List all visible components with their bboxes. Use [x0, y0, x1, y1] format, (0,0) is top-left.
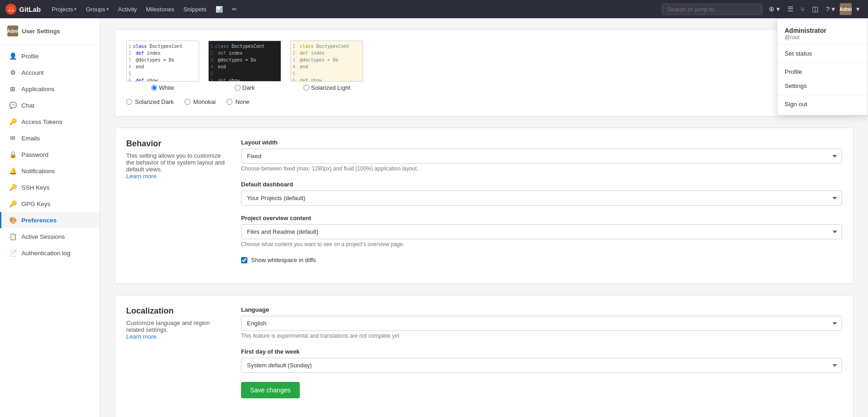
sidebar-item-ssh-keys[interactable]: 🔑 SSH Keys: [0, 179, 100, 196]
gitlab-logo-icon: 🦊: [5, 4, 16, 15]
nav-stats-icon[interactable]: 📊: [212, 4, 226, 15]
code-sol-light: 1 class DoctypesCont 2 def index 3 @doct…: [291, 41, 363, 82]
search-input[interactable]: [662, 4, 762, 15]
behavior-desc: This setting allows you to customize the…: [126, 152, 226, 180]
sidebar-account-label: Account: [21, 69, 44, 76]
nav-groups[interactable]: Groups ▾: [82, 4, 113, 15]
nav-projects[interactable]: Projects ▾: [48, 4, 81, 15]
theme-option-none[interactable]: None: [226, 98, 249, 105]
chevron-down-icon: ▾: [107, 7, 109, 11]
first-day-label: First day of the week: [241, 348, 842, 355]
dropdown-set-status[interactable]: Set status: [777, 46, 868, 61]
dropdown-divider: [777, 62, 868, 63]
theme-option-white[interactable]: 1class DoctypesCont 2 def index 3 @docty…: [126, 41, 199, 91]
theme-option-monokai[interactable]: Monokai: [185, 98, 216, 105]
nav-pencil-icon[interactable]: ✏: [228, 4, 241, 15]
nav-avatar[interactable]: Admi: [840, 3, 852, 15]
theme-none-radio[interactable]: [226, 99, 232, 105]
whitespace-group: Show whitespace in diffs: [241, 257, 842, 263]
dropdown-sign-out[interactable]: Sign out: [777, 97, 868, 111]
whitespace-label: Show whitespace in diffs: [251, 257, 316, 263]
layout-width-select[interactable]: Fixed Fluid: [241, 149, 842, 164]
sidebar-item-access-tokens[interactable]: 🔑 Access Tokens: [0, 113, 100, 130]
theme-white-label[interactable]: White: [151, 84, 174, 91]
theme-white-radio[interactable]: [151, 85, 157, 91]
sidebar-emails-label: Emails: [21, 135, 40, 142]
sidebar-item-notifications[interactable]: 🔔 Notifications: [0, 163, 100, 179]
sidebar-item-applications[interactable]: ⊞ Applications: [0, 81, 100, 97]
save-changes-button[interactable]: Save changes: [241, 382, 300, 398]
ssh-icon: 🔑: [9, 184, 17, 191]
gpg-icon: 🔑: [9, 200, 17, 207]
theme-option-solarized-light[interactable]: 1 class DoctypesCont 2 def index 3 @doct…: [290, 41, 363, 91]
dropdown-user-name: Administrator: [785, 27, 860, 34]
sidebar-divider-top: [0, 45, 100, 45]
sidebar-profile-label: Profile: [21, 53, 39, 60]
sidebar-password-label: Password: [21, 151, 48, 158]
theme-monokai-radio[interactable]: [185, 99, 190, 105]
nav-avatar-chevron[interactable]: ▾: [853, 3, 863, 15]
sidebar-item-profile[interactable]: 👤 Profile: [0, 48, 100, 64]
whitespace-checkbox[interactable]: [241, 257, 247, 263]
sidebar-item-preferences[interactable]: 🎨 Preferences: [0, 212, 100, 228]
password-icon: 🔒: [9, 151, 17, 158]
save-group: Save changes: [241, 382, 842, 398]
sidebar-item-auth-log[interactable]: 📄 Authentication log: [0, 245, 100, 261]
theme-dark-label[interactable]: Dark: [235, 84, 255, 91]
profile-icon: 👤: [9, 52, 17, 60]
nav-activity[interactable]: Activity: [114, 4, 140, 15]
dropdown-user-info: Administrator @root: [777, 22, 868, 45]
nav-sidebar-icon[interactable]: ☰: [785, 3, 796, 15]
theme-dark-radio[interactable]: [235, 85, 241, 91]
nav-items: Projects ▾ Groups ▾ Activity Milestones …: [48, 4, 663, 15]
nav-milestones[interactable]: Milestones: [142, 4, 178, 15]
sidebar-applications-label: Applications: [21, 86, 55, 93]
behavior-desc-text: This setting allows you to customize the…: [126, 152, 225, 173]
sidebar-title: User Settings: [22, 28, 60, 35]
sidebar-auth-log-label: Authentication log: [21, 250, 70, 257]
sidebar: Admi User Settings 👤 Profile ⚙ Account ⊞…: [0, 18, 100, 417]
preferences-icon: 🎨: [9, 216, 17, 224]
sidebar-item-active-sessions[interactable]: 📋 Active Sessions: [0, 228, 100, 245]
sidebar-item-gpg-keys[interactable]: 🔑 GPG Keys: [0, 196, 100, 212]
sidebar-avatar: Admi: [7, 26, 18, 36]
behavior-left: Behavior This setting allows you to cust…: [126, 139, 226, 273]
theme-dark-text: Dark: [242, 84, 255, 91]
nav-merge-icon[interactable]: ⑂: [798, 4, 807, 15]
first-day-select[interactable]: System default (Sunday) Monday Saturday: [241, 358, 842, 373]
sidebar-item-password[interactable]: 🔒 Password: [0, 146, 100, 163]
theme-sol-light-label[interactable]: Solarized Light: [303, 84, 350, 91]
sidebar-item-account[interactable]: ⚙ Account: [0, 64, 100, 81]
dropdown-profile[interactable]: Profile: [777, 65, 868, 79]
theme-option-sol-dark[interactable]: Solarized Dark: [126, 98, 174, 105]
language-label: Language: [241, 306, 842, 313]
theme-sol-light-radio[interactable]: [303, 85, 309, 91]
theme-monokai-text: Monokai: [193, 98, 216, 105]
theme-option-dark[interactable]: 1class DoctypesCont 2 def index 3 @docty…: [208, 41, 281, 91]
nav-logo-text: GitLab: [19, 5, 41, 13]
behavior-learn-more-link[interactable]: Learn more.: [126, 173, 158, 180]
default-dashboard-select[interactable]: Your Projects (default) Starred Projects…: [241, 190, 842, 206]
sidebar-gpg-label: GPG Keys: [21, 201, 51, 207]
behavior-section: Behavior This setting allows you to cust…: [115, 128, 853, 284]
language-group: Language English Deutsch Français This f…: [241, 306, 842, 339]
user-dropdown-menu: Administrator @root Set status Profile S…: [777, 18, 868, 115]
language-select[interactable]: English Deutsch Français: [241, 316, 842, 331]
nav-logo[interactable]: 🦊 GitLab: [5, 4, 41, 15]
nav-issues-icon[interactable]: ◫: [809, 3, 821, 15]
nav-help-icon[interactable]: ? ▾: [823, 3, 838, 15]
sidebar-preferences-label: Preferences: [21, 217, 56, 224]
sidebar-sessions-label: Active Sessions: [21, 233, 65, 240]
nav-plus-icon[interactable]: ⊕ ▾: [766, 3, 783, 15]
dropdown-settings[interactable]: Settings: [777, 79, 868, 93]
default-dashboard-label: Default dashboard: [241, 181, 842, 188]
sidebar-item-chat[interactable]: 💬 Chat: [0, 97, 100, 113]
localization-learn-more-link[interactable]: Learn more.: [126, 333, 158, 340]
localization-desc-text: Customize language and region related se…: [126, 319, 210, 333]
nav-projects-label: Projects: [52, 6, 73, 13]
sidebar-item-emails[interactable]: ✉ Emails: [0, 130, 100, 146]
theme-sol-dark-radio[interactable]: [126, 99, 132, 105]
applications-icon: ⊞: [9, 85, 17, 93]
nav-snippets[interactable]: Snippets: [180, 4, 210, 15]
project-overview-select[interactable]: Files and Readme (default) Activity READ…: [241, 224, 842, 239]
